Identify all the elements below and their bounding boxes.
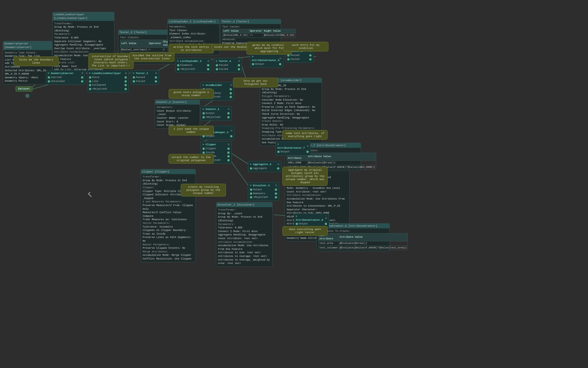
line-on-line-overlayer-node[interactable]: > LineOnLineOverlayer ⚙ Point Line Colla… bbox=[87, 70, 129, 92]
tester4-col-right: Right Value bbox=[263, 29, 295, 33]
line-label: Line bbox=[92, 80, 98, 83]
comment-here-got-polygons-text: here we got our Polygones back bbox=[243, 79, 268, 86]
attr-creator4-gear[interactable]: ⚙ bbox=[280, 57, 281, 61]
aggregator6-node[interactable]: > Aggregator_6 ⚙ Aggregate bbox=[248, 161, 281, 172]
failed-t5-dot bbox=[287, 58, 289, 60]
dissolver2-title: Dissolver_2 [Dissolver] bbox=[217, 203, 254, 207]
untouched-label: Untouched bbox=[51, 80, 65, 83]
port-clipper-cl: Clipper bbox=[202, 147, 230, 151]
passed-t4-label: Passed bbox=[219, 64, 228, 67]
dissolver2-detail: Dissolver_2 [Dissolver] Transformer: Gro… bbox=[216, 202, 273, 267]
port-rejected-lol: <Rejected> bbox=[89, 87, 127, 91]
failed-t5-right-dot bbox=[309, 58, 312, 60]
clipper-cl-right-dot bbox=[227, 148, 230, 150]
port-aggregate-ag6: Aggregate bbox=[250, 167, 279, 170]
comment-intersection-text: intersection of boundary lines (which po… bbox=[92, 55, 130, 67]
comment-which-entry: wich entry hit my condition bbox=[283, 42, 328, 51]
comment-aggregate-original-text: aggregate my original polyges (with all … bbox=[286, 168, 325, 184]
geometry-coercer-node-label: > GeometryCoercer bbox=[48, 72, 74, 75]
attr-creator6-row1-attr: test_area bbox=[319, 241, 339, 246]
tester3-gear[interactable]: ⚙ bbox=[155, 72, 157, 75]
passed-t3-dot bbox=[133, 76, 135, 79]
passed-t4-right-dot bbox=[238, 64, 240, 66]
failed-t5-label: Failed bbox=[290, 58, 299, 61]
attr-creator6-row2-val: @Evaluate(@Value(P_HOEHE)*@Value(test_ar… bbox=[339, 246, 408, 250]
dissolver2-gear[interactable]: ⚙ bbox=[275, 184, 277, 188]
line-on-line-overlayer-title-bar: LineOnLineOverlayer [LineOnLineOverlayer… bbox=[53, 12, 114, 21]
line-on-line-overlayer-gear[interactable]: ⚙ bbox=[125, 72, 127, 75]
rejected-lol-right-dot bbox=[125, 88, 127, 90]
port-rejected-d2: <Rejected> bbox=[250, 196, 277, 199]
port-elements-le2: Elements bbox=[177, 64, 209, 67]
rejected-cl-right-dot bbox=[227, 159, 230, 161]
counter2-gear[interactable]: ⚙ bbox=[228, 107, 230, 111]
tester4-node[interactable]: > Tester_4 ⚙ Passed Failed bbox=[214, 58, 242, 73]
coerced-label: Coerced bbox=[51, 76, 62, 79]
passed-t5-label: Passed bbox=[290, 54, 299, 57]
port-line: Line bbox=[89, 80, 127, 83]
dataset-node[interactable]: Dataset bbox=[16, 86, 32, 92]
tester4-node-label: > Tester_4 bbox=[216, 60, 231, 63]
attr-creator4-node[interactable]: > AttributeCreator_4 ⚙ Output bbox=[250, 54, 283, 68]
remnants-d2-right-dot bbox=[275, 192, 277, 195]
line-on-line-overlayer-title: LineOnLineOverlayer [LineOnLineOverlayer… bbox=[54, 13, 113, 20]
clipper-node-label: > Clipper bbox=[202, 143, 216, 147]
failed-t3-label: Failed bbox=[136, 80, 145, 83]
area-ab-right-dot bbox=[230, 88, 232, 90]
tester4-gear[interactable]: ⚙ bbox=[238, 59, 240, 63]
port-output-d2: Output bbox=[250, 188, 277, 192]
comment-i-just-need: I just need the unique number bbox=[169, 126, 214, 135]
attr-creator6-node[interactable]: > AttributeCreator_6 ⚙ Output bbox=[294, 213, 329, 228]
line-dot bbox=[89, 80, 91, 83]
geometry-coercer-title-bar: GeometryCoercer [GeometryCoercer] bbox=[3, 41, 52, 50]
attr-creator7-node[interactable]: > AttributeCreator_7 ⚙ Output bbox=[275, 141, 311, 155]
rejected-c2-dot bbox=[202, 116, 205, 118]
point-dot bbox=[89, 76, 91, 79]
counter2-node[interactable]: > Counter_2 ⚙ Output <Rejected> bbox=[201, 106, 232, 121]
remnants-d2-label: Remnants bbox=[253, 192, 265, 196]
failed-t4-dot bbox=[216, 68, 218, 70]
clipper-cl-dot bbox=[202, 148, 205, 150]
output-ac7-dot bbox=[277, 151, 280, 153]
comment-creates-resulting-text: creats my resulting polygone group by th… bbox=[186, 185, 220, 195]
counter2-node-label: > Counter_2 bbox=[202, 108, 219, 111]
attr-keeper3-gear[interactable]: ⚙ bbox=[231, 129, 232, 133]
failed-t3-right-dot bbox=[155, 80, 157, 83]
comment-gives-every-polygon: gives every polygone a uniuq number bbox=[169, 89, 214, 99]
passed-t3-label: Passed bbox=[136, 76, 145, 79]
dissolver2-node[interactable]: > Dissolver_2 ⚙ Output Remnants <Rejecte… bbox=[248, 182, 279, 201]
counter2-title: Counter_2 [Counter] bbox=[156, 100, 187, 104]
port-failed-t5: Failed bbox=[287, 58, 312, 61]
comment-some-test-text: some test attributes, if everything goes… bbox=[286, 132, 325, 138]
tester4-title-bar: Tester_4 [Tester] bbox=[221, 19, 281, 24]
comment-intersection: intersection of boundary lines (which po… bbox=[88, 53, 134, 69]
list-exploder2-gear[interactable]: ⚙ bbox=[208, 59, 209, 63]
attr-creator7-gear[interactable]: ⚙ bbox=[307, 144, 309, 148]
tester3-row-left: @Value(_overlaps) bbox=[120, 48, 148, 52]
comment-kicks-doublets-text: kicks out the doublets bbox=[214, 46, 250, 49]
output-c2-right-dot bbox=[227, 112, 230, 114]
area-builder-gear[interactable]: ⚙ bbox=[230, 83, 232, 87]
remnants-d2-dot bbox=[250, 192, 252, 195]
clipper-gear[interactable]: ⚙ bbox=[228, 143, 230, 147]
point-label: Point bbox=[92, 76, 100, 79]
geometry-coercer-node[interactable]: > GeometryCoercer ⚙ Coerced Untouched bbox=[46, 70, 85, 85]
tester3-node[interactable]: > Tester_3 ⚙ Passed Failed bbox=[131, 70, 159, 85]
line-right-dot bbox=[125, 80, 127, 83]
attr-creator6-gear[interactable]: ⚙ bbox=[325, 217, 327, 220]
geometry-coercer-title: GeometryCoercer [GeometryCoercer] bbox=[4, 42, 51, 49]
coerced-dot bbox=[48, 76, 50, 79]
counter2-title-bar: Counter_2 [Counter] bbox=[155, 100, 200, 105]
passed-t4-dot bbox=[216, 64, 218, 66]
output-ac4-right-dot bbox=[279, 63, 281, 65]
rejected-le2-right-dot bbox=[207, 68, 209, 70]
list-exploder2-node[interactable]: > ListExploder_2 ⚙ Elements <Rejected> bbox=[175, 58, 211, 73]
output-c2-label: Output bbox=[206, 112, 215, 115]
geometry-coercer-gear[interactable]: ⚙ bbox=[82, 72, 83, 75]
attr-creator4-node-label: > AttributeCreator_4 bbox=[252, 55, 280, 62]
failed-t4-right-dot bbox=[238, 68, 240, 70]
port-failed-t4: Failed bbox=[216, 68, 240, 71]
comment-aggregate-original: aggregate my original polyges (with all … bbox=[282, 167, 328, 186]
aggregator6-gear[interactable]: ⚙ bbox=[278, 163, 279, 166]
tester4-col-left: Left Value bbox=[223, 29, 249, 33]
